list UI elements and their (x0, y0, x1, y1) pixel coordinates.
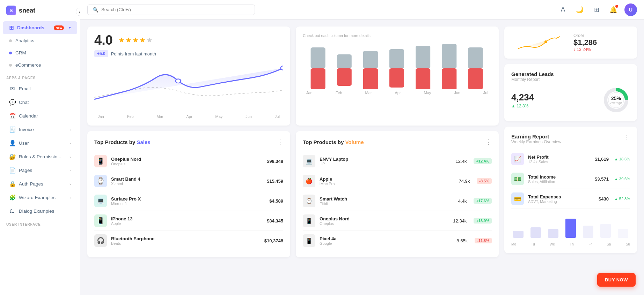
vol-val-apple: 74.9k (459, 179, 470, 184)
svg-rect-22 (565, 219, 576, 238)
sidebar-item-wizard[interactable]: 🧩 Wizard Examples › (3, 191, 77, 204)
net-profit-icon: 📈 (511, 153, 524, 165)
leads-count: 4,234 (511, 92, 534, 103)
sidebar-dashboards-badge: New (54, 25, 64, 30)
bar-label-feb: Feb (336, 91, 342, 95)
search-box[interactable]: 🔍 (87, 5, 255, 15)
vol-brand-apple: iMac Pro (320, 182, 335, 186)
vol-brand-pixel: Google (320, 241, 336, 245)
earning-bar-chart: Mo Tu We Th Fr Sa Su (511, 212, 630, 246)
sidebar-item-dashboards[interactable]: ⊞ Dashboards New ▾ (3, 21, 77, 34)
rating-line-chart (94, 61, 283, 109)
vol-img-smartwatch: ⌚ (303, 195, 315, 207)
order-change: ↓ 13.24% (573, 47, 631, 52)
sidebar-item-email[interactable]: ✉ Email (3, 82, 77, 95)
vol-badge-smartwatch: +17.6% (474, 198, 492, 204)
product-price-earphone: $10,3748 (264, 238, 283, 243)
sidebar-item-analytics[interactable]: Analytics (3, 35, 77, 46)
sidebar-item-invoice[interactable]: 🧾 Invoice › (3, 123, 77, 136)
sidebar-calendar-label: Calendar (19, 113, 71, 119)
product-brand-surface: Microsoft (111, 202, 141, 206)
search-input[interactable] (101, 7, 250, 12)
ui-section-label: USER INTERFACE (0, 218, 80, 228)
product-img-surface: 💻 (94, 195, 107, 207)
chart-label-jul: Jul (275, 114, 280, 119)
leads-body: 4,234 ▲ 12.8% (511, 86, 630, 114)
translate-icon[interactable]: A (557, 4, 569, 15)
product-brand-smartband: Xiaomi (111, 182, 140, 186)
earning-report-card: Earning Report Weekly Earnings Overview … (504, 127, 637, 253)
vol-info-apple: Apple iMac Pro (320, 176, 335, 186)
vol-row-smartwatch: ⌚ Smart Watch Fitbit 4.4k +17.6% (303, 191, 492, 211)
svg-rect-23 (583, 226, 593, 238)
vol-val-oneplus-vol: 12.34k (453, 218, 467, 224)
bar-label-mo: Mo (511, 242, 516, 246)
star-4: ★ (139, 36, 146, 44)
total-expenses-val: $430 (599, 196, 609, 202)
sidebar-item-chat[interactable]: 💬 Chat (3, 96, 77, 109)
product-row-surface: 💻 Surface Pro X Microsoft $4,589 (94, 191, 283, 211)
bar-label-mar: Mar (365, 91, 372, 95)
product-brand-oneplus: Oneplus (111, 162, 141, 166)
chat-icon: 💬 (9, 99, 15, 106)
rating-chart-labels: Jan Feb Mar Apr May Jun Jul (94, 114, 283, 119)
total-income-change: ▲ 39.6% (614, 177, 630, 181)
bar-label-jun: Jun (454, 91, 460, 95)
sales-menu-button[interactable]: ⋮ (277, 138, 283, 146)
buy-now-button[interactable]: BUY NOW (597, 273, 636, 287)
vol-img-pixel: 📱 (303, 234, 315, 247)
sidebar-item-pages[interactable]: 📄 Pages › (3, 164, 77, 177)
sidebar-item-user[interactable]: 👤 User › (3, 137, 77, 150)
sidebar-item-ecommerce[interactable]: eCommerce (3, 59, 77, 71)
vol-name-apple: Apple (320, 176, 335, 182)
avatar[interactable]: U (624, 3, 637, 16)
product-info-surface: Surface Pro X Microsoft (111, 196, 141, 206)
order-value: $1,286 (573, 38, 631, 47)
volume-menu-button[interactable]: ⋮ (485, 138, 492, 146)
total-expenses-change: ▲ 52.8% (614, 197, 630, 201)
product-row-iphone: 📱 iPhone 13 Apple $84,345 (94, 211, 283, 231)
leads-stats: 4,234 ▲ 12.8% (511, 92, 534, 108)
sidebar-item-dialog[interactable]: 🗂 Dialog Examples (3, 205, 77, 217)
svg-rect-13 (468, 47, 483, 68)
chart-label-feb: Feb (127, 114, 134, 119)
bar-label-su: Su (626, 242, 630, 246)
earning-row-expenses: 💳 Total Expenses ADVT, Marketing $430 ▲ … (511, 189, 630, 209)
vol-brand-oneplus-vol: Oneplus (320, 221, 350, 226)
svg-rect-24 (600, 224, 611, 238)
bar-label-sa: Sa (607, 242, 611, 246)
star-5: ★ (146, 36, 153, 44)
bar-chart-svg (303, 40, 492, 89)
top-products-volume-card: Top Products by Volume ⋮ 💻 ENVY Laptop H… (296, 131, 499, 257)
product-name-surface: Surface Pro X (111, 196, 141, 202)
earning-menu-button[interactable]: ⋮ (624, 134, 630, 141)
sidebar-item-roles[interactable]: 🔐 Roles & Permissio... › (3, 150, 77, 163)
net-profit-change: ▲ 18.6% (614, 157, 630, 161)
sidebar-item-crm[interactable]: CRM (3, 47, 77, 59)
vol-info-smartwatch: Smart Watch Fitbit (320, 196, 347, 206)
ecommerce-dot (9, 64, 12, 67)
chart-label-apr: Apr (186, 114, 192, 119)
product-price-oneplus: $98,348 (267, 159, 283, 164)
net-profit-info: Net Profit 12.4k Sales (528, 154, 549, 164)
roles-arrow: › (69, 155, 71, 159)
sidebar-item-auth-pages[interactable]: 🔒 Auth Pages › (3, 177, 77, 190)
sidebar-logo: S sneat (0, 0, 80, 21)
charts-row: 4.0 ★ ★ ★ ★ ★ +5.0 Points from last mont… (87, 27, 499, 126)
grid-icon[interactable]: ⊞ (591, 4, 602, 15)
bar-label-jan: Jan (306, 91, 313, 95)
order-card: Order $1,286 ↓ 13.24% (504, 27, 637, 59)
sidebar-email-label: Email (19, 86, 71, 91)
svg-rect-10 (416, 68, 430, 89)
vol-val-envy: 12.4k (456, 159, 467, 164)
sidebar-item-calendar[interactable]: 📅 Calendar (3, 109, 77, 122)
notifications-icon[interactable]: 🔔 (608, 4, 619, 15)
svg-rect-14 (468, 68, 483, 89)
rating-sub: Points from last month (111, 51, 156, 56)
analytics-dot (9, 39, 12, 42)
dark-mode-icon[interactable]: 🌙 (574, 4, 585, 15)
svg-rect-2 (311, 68, 325, 89)
vol-badge-pixel: -11.8% (475, 238, 492, 243)
product-info-oneplus: Oneplus Nord Oneplus (111, 157, 141, 166)
product-name-oneplus: Oneplus Nord (111, 157, 141, 162)
